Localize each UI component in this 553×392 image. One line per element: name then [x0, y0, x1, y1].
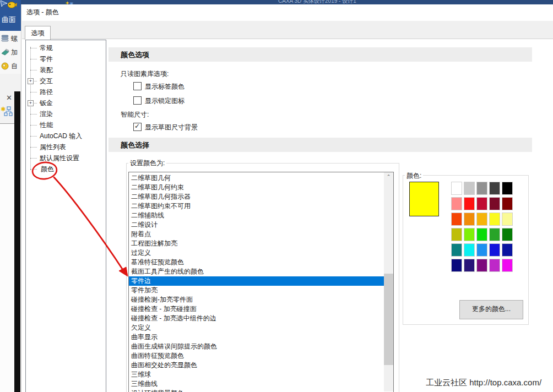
palette-cell-r6c3[interactable]: [476, 259, 487, 272]
palette-cell-r2c2[interactable]: [464, 197, 475, 210]
list-item-10[interactable]: 基准特征预览颜色: [129, 258, 384, 267]
palette-cell-r4c1[interactable]: [451, 228, 462, 241]
list-item-20[interactable]: 曲面特征预览颜色: [129, 351, 384, 361]
watermark: 工业云社区 http://top.caxa.com/: [426, 378, 541, 388]
tree-item-label: AutoCAD 输入: [40, 130, 82, 141]
palette-cell-r1c3[interactable]: [476, 182, 487, 195]
palette-cell-r3c1[interactable]: [451, 213, 462, 226]
tree-item-5[interactable]: 路径: [26, 86, 105, 97]
app-logo-icon: [7, 1, 17, 9]
palette-cell-r6c4[interactable]: [489, 259, 500, 272]
list-item-24[interactable]: 设计环境背景颜色: [129, 389, 384, 392]
color-group-label: 颜色:: [405, 171, 423, 181]
tree-item-7[interactable]: 渲染: [26, 108, 105, 119]
palette-cell-r6c5[interactable]: [502, 259, 513, 272]
tree-item-6[interactable]: +钣金: [26, 97, 105, 108]
palette-cell-r4c4[interactable]: [489, 228, 500, 241]
side-panel: [0, 123, 15, 392]
tree-item-11[interactable]: 默认属性设置: [26, 153, 105, 164]
checkbox-sketch-bg[interactable]: [133, 123, 142, 131]
palette-cell-r5c1[interactable]: [451, 243, 462, 257]
tree-item-10[interactable]: 属性列表: [26, 141, 105, 153]
list-item-15[interactable]: 碰撞检查 - 加亮碰撞面: [129, 304, 384, 314]
tree-item-label: 性能: [40, 119, 53, 130]
list-scrollbar[interactable]: ⌃: [384, 172, 393, 391]
tree-expand-icon[interactable]: +: [28, 78, 34, 84]
palette-cell-r6c2[interactable]: [464, 259, 475, 272]
app-ribbon-strip: 螺 加 自: [0, 31, 21, 74]
list-item-18[interactable]: 曲率显示: [129, 333, 384, 342]
list-item-13[interactable]: 零件加亮: [129, 286, 384, 295]
tab-options[interactable]: 选项: [25, 26, 51, 40]
tree-item-12[interactable]: 颜色: [26, 164, 105, 175]
palette-cell-r4c5[interactable]: [502, 228, 513, 241]
palette-cell-r1c1[interactable]: [451, 182, 462, 195]
checkbox-lock-icon[interactable]: [133, 96, 142, 105]
more-colors-button[interactable]: 更多的颜色...: [459, 300, 523, 319]
tree-stub: [30, 147, 37, 148]
tree-item-4[interactable]: +交互: [26, 75, 105, 86]
list-item-2[interactable]: 二维草图几何约束: [129, 183, 384, 192]
list-item-19[interactable]: 曲面生成错误间隙提示的颜色: [129, 342, 384, 351]
list-item-22[interactable]: 三维球: [129, 370, 384, 379]
list-item-6[interactable]: 二维设计: [129, 220, 384, 230]
palette-cell-r1c5[interactable]: [502, 182, 513, 195]
list-item-7[interactable]: 附着点: [129, 230, 384, 239]
palette-cell-r2c1[interactable]: [451, 197, 462, 210]
palette-cell-r2c4[interactable]: [489, 197, 500, 210]
tree-stub: [30, 59, 37, 59]
list-item-11[interactable]: 截面工具产生的线的颜色: [129, 267, 384, 276]
panel-close-icon[interactable]: ✕: [6, 94, 12, 102]
list-item-1[interactable]: 二维草图几何: [129, 173, 384, 183]
list-item-21[interactable]: 曲面相交处的亮显颜色: [129, 361, 384, 370]
list-item-14[interactable]: 碰撞检测-加亮零件面: [129, 295, 384, 304]
design-tree-icon[interactable]: ✱: [1, 106, 14, 119]
list-item-16[interactable]: 碰撞检查 - 加亮选中组件的边: [129, 314, 384, 323]
list-item-4[interactable]: 二维草图约束不可用: [129, 202, 384, 211]
list-item-3[interactable]: 二维草图几何指示器: [129, 192, 384, 202]
window-title: CAXA 3D 实体设计2019 - 设计1: [278, 0, 356, 4]
tree-item-1[interactable]: 常规: [26, 42, 105, 53]
scrollbar-thumb[interactable]: [384, 274, 393, 365]
palette-cell-r3c4[interactable]: [489, 213, 500, 226]
palette-cell-r4c2[interactable]: [464, 228, 475, 241]
tree-item-9[interactable]: AutoCAD 输入: [26, 130, 105, 141]
palette-cell-r5c2[interactable]: [464, 243, 475, 257]
tree-item-3[interactable]: 装配: [26, 64, 105, 75]
ribbon-button-add[interactable]: 加: [1, 46, 21, 58]
checkbox-tag-color[interactable]: [133, 82, 142, 90]
dialog-title: 选项 - 颜色: [26, 8, 59, 17]
tree-item-label: 属性列表: [40, 141, 66, 153]
palette-cell-r4c3[interactable]: [476, 228, 487, 241]
tree-expand-icon[interactable]: +: [28, 100, 34, 106]
ribbon-button-custom[interactable]: 自: [1, 60, 21, 72]
scrollbar-up-icon[interactable]: ⌃: [384, 172, 393, 182]
list-item-5[interactable]: 二维辅助线: [129, 211, 384, 220]
palette-cell-r5c3[interactable]: [476, 243, 487, 257]
thread-tool-icon: [1, 35, 9, 42]
palette-cell-r3c5[interactable]: [502, 213, 513, 226]
palette-cell-r3c2[interactable]: [464, 213, 475, 226]
list-item-23[interactable]: 三维曲线: [129, 379, 384, 389]
section-color-select-header: 颜色选择: [121, 140, 149, 150]
palette-cell-r3c3[interactable]: [476, 213, 487, 226]
dialog-tabstrip: [22, 21, 553, 39]
palette-cell-r2c5[interactable]: [502, 197, 513, 210]
list-item-17[interactable]: 欠定义: [129, 323, 384, 333]
color-palette: [451, 182, 513, 272]
palette-cell-r5c4[interactable]: [489, 243, 500, 257]
palette-cell-r6c1[interactable]: [451, 259, 462, 272]
ribbon-button-thread[interactable]: 螺: [1, 32, 21, 45]
tree-item-2[interactable]: 零件: [26, 53, 105, 64]
palette-cell-r1c4[interactable]: [489, 182, 500, 195]
palette-cell-r1c2[interactable]: [464, 182, 475, 195]
tree-item-8[interactable]: 性能: [26, 119, 105, 130]
list-item-8[interactable]: 工程图注解加亮: [129, 239, 384, 248]
list-item-9[interactable]: 过定义: [129, 248, 384, 258]
palette-cell-r2c3[interactable]: [476, 197, 487, 210]
list-item-12[interactable]: 零件边: [129, 276, 384, 286]
set-color-label: 设置颜色为:: [128, 159, 166, 168]
ribbon-tab-surface[interactable]: 曲面: [2, 15, 16, 25]
palette-cell-r5c5[interactable]: [502, 243, 513, 257]
options-dialog: 选项 - 颜色 选项 常规零件装配+交互路径+钣金渲染性能AutoCAD 输入属…: [21, 4, 553, 392]
